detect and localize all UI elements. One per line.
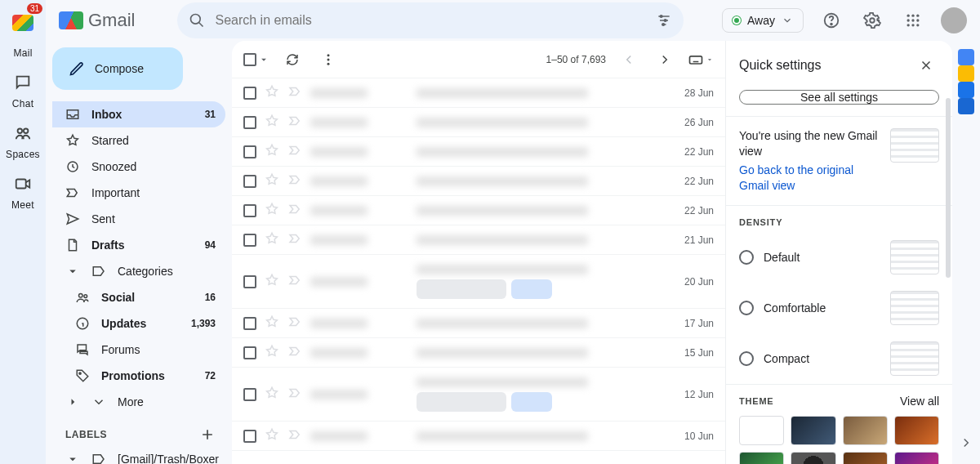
sidebar-item-sent[interactable]: Sent bbox=[52, 206, 225, 232]
select-all-toggle[interactable] bbox=[243, 53, 270, 66]
see-all-settings-button[interactable]: See all settings bbox=[739, 90, 939, 105]
mail-row[interactable]: 22 Jun bbox=[232, 196, 725, 225]
mail-row[interactable]: 12 Jun bbox=[232, 368, 725, 422]
add-label-icon[interactable] bbox=[199, 426, 216, 443]
sidebar-item-updates[interactable]: Updates1,393 bbox=[52, 310, 225, 337]
search-options-icon[interactable] bbox=[656, 12, 672, 29]
mail-row[interactable]: 17 Jun bbox=[232, 309, 725, 338]
refresh-button[interactable] bbox=[279, 47, 305, 73]
mail-row[interactable]: 21 Jun bbox=[232, 225, 725, 255]
star-toggle[interactable] bbox=[265, 202, 279, 219]
theme-tile[interactable] bbox=[894, 452, 939, 464]
importance-marker[interactable] bbox=[287, 344, 302, 361]
row-checkbox[interactable] bbox=[243, 116, 256, 129]
mail-row[interactable]: 15 Jun bbox=[232, 338, 725, 368]
theme-tile[interactable] bbox=[791, 416, 835, 445]
apps-button[interactable] bbox=[900, 7, 926, 33]
density-option-default[interactable]: Default bbox=[726, 232, 952, 283]
account-avatar[interactable] bbox=[941, 7, 967, 33]
theme-tile[interactable] bbox=[843, 416, 888, 445]
settings-button[interactable] bbox=[859, 7, 885, 33]
side-app-tasks[interactable] bbox=[958, 82, 974, 98]
compose-button[interactable]: Compose bbox=[52, 47, 183, 90]
density-option-comfortable[interactable]: Comfortable bbox=[726, 283, 952, 333]
row-checkbox[interactable] bbox=[243, 317, 256, 330]
star-toggle[interactable] bbox=[265, 386, 279, 403]
row-checkbox[interactable] bbox=[243, 175, 256, 188]
star-toggle[interactable] bbox=[265, 84, 279, 101]
importance-marker[interactable] bbox=[287, 84, 302, 101]
sidebar-item-forums[interactable]: Forums bbox=[52, 337, 225, 363]
label-item-label: [Gmail]/Trash/Boxer bbox=[118, 453, 219, 464]
older-page-button[interactable] bbox=[652, 47, 678, 73]
importance-marker[interactable] bbox=[287, 427, 302, 444]
star-toggle[interactable] bbox=[265, 114, 279, 131]
star-toggle[interactable] bbox=[265, 315, 279, 332]
search-box[interactable] bbox=[177, 2, 684, 38]
theme-tile[interactable] bbox=[791, 452, 835, 464]
sidebar-item-drafts[interactable]: Drafts94 bbox=[52, 232, 225, 258]
view-all-themes-link[interactable]: View all bbox=[900, 395, 939, 408]
sidebar-item-more[interactable]: More bbox=[52, 389, 225, 415]
label-item[interactable]: [Gmail]/Trash/Boxer bbox=[52, 446, 225, 464]
importance-marker[interactable] bbox=[287, 202, 302, 219]
go-back-link[interactable]: Go back to the original Gmail view bbox=[739, 163, 880, 194]
gmail-logo[interactable]: Gmail bbox=[59, 10, 135, 31]
star-toggle[interactable] bbox=[265, 427, 279, 444]
row-checkbox[interactable] bbox=[243, 275, 256, 288]
row-checkbox[interactable] bbox=[243, 234, 256, 247]
importance-marker[interactable] bbox=[287, 273, 302, 290]
support-button[interactable] bbox=[818, 7, 844, 33]
mail-row[interactable]: 20 Jun bbox=[232, 255, 725, 309]
row-checkbox[interactable] bbox=[243, 87, 256, 100]
importance-marker[interactable] bbox=[287, 172, 302, 190]
row-checkbox[interactable] bbox=[243, 346, 256, 359]
more-actions-button[interactable] bbox=[315, 47, 341, 73]
hide-side-panel-button[interactable] bbox=[959, 435, 973, 453]
side-app-keep[interactable] bbox=[958, 65, 974, 82]
star-toggle[interactable] bbox=[265, 172, 279, 190]
side-app-contacts[interactable] bbox=[958, 98, 974, 114]
close-quick-settings-button[interactable] bbox=[913, 52, 939, 78]
mail-row[interactable]: 22 Jun bbox=[232, 137, 725, 167]
mail-row[interactable]: 26 Jun bbox=[232, 108, 725, 137]
sidebar-item-social[interactable]: Social16 bbox=[52, 284, 225, 310]
importance-marker[interactable] bbox=[287, 143, 302, 160]
star-toggle[interactable] bbox=[265, 143, 279, 160]
star-toggle[interactable] bbox=[265, 344, 279, 361]
importance-marker[interactable] bbox=[287, 315, 302, 332]
sidebar-item-inbox[interactable]: Inbox31 bbox=[52, 101, 225, 127]
star-toggle[interactable] bbox=[265, 231, 279, 248]
spaces-rail-item[interactable] bbox=[14, 124, 32, 142]
star-toggle[interactable] bbox=[265, 273, 279, 290]
theme-tile[interactable] bbox=[739, 416, 784, 445]
importance-marker[interactable] bbox=[287, 231, 302, 248]
theme-tile[interactable] bbox=[843, 452, 888, 464]
side-app-calendar[interactable] bbox=[958, 49, 974, 65]
scrollbar-thumb[interactable] bbox=[946, 98, 951, 278]
mail-row[interactable]: 28 Jun bbox=[232, 78, 725, 108]
importance-marker[interactable] bbox=[287, 386, 302, 403]
theme-tile[interactable] bbox=[739, 452, 784, 464]
row-checkbox[interactable] bbox=[243, 430, 256, 443]
status-chip[interactable]: Away bbox=[722, 8, 804, 33]
sidebar-item-categories[interactable]: Categories bbox=[52, 258, 225, 284]
meet-rail-item[interactable] bbox=[14, 175, 32, 193]
row-checkbox[interactable] bbox=[243, 145, 256, 158]
sidebar-item-promotions[interactable]: Promotions72 bbox=[52, 363, 225, 389]
input-tools-button[interactable] bbox=[688, 47, 714, 73]
sidebar-item-important[interactable]: Important bbox=[52, 180, 225, 206]
chat-rail-item[interactable] bbox=[14, 74, 32, 91]
search-input[interactable] bbox=[215, 13, 646, 28]
newer-page-button[interactable] bbox=[616, 47, 642, 73]
row-checkbox[interactable] bbox=[243, 204, 256, 217]
mail-row[interactable]: 22 Jun bbox=[232, 167, 725, 196]
sidebar-item-starred[interactable]: Starred bbox=[52, 127, 225, 154]
sidebar-item-snoozed[interactable]: Snoozed bbox=[52, 154, 225, 180]
density-option-compact[interactable]: Compact bbox=[726, 333, 952, 384]
row-checkbox[interactable] bbox=[243, 388, 256, 401]
importance-marker[interactable] bbox=[287, 114, 302, 131]
mail-row[interactable]: 10 Jun bbox=[232, 422, 725, 451]
theme-tile[interactable] bbox=[894, 416, 939, 445]
mail-rail-item[interactable]: 31 bbox=[7, 7, 39, 39]
